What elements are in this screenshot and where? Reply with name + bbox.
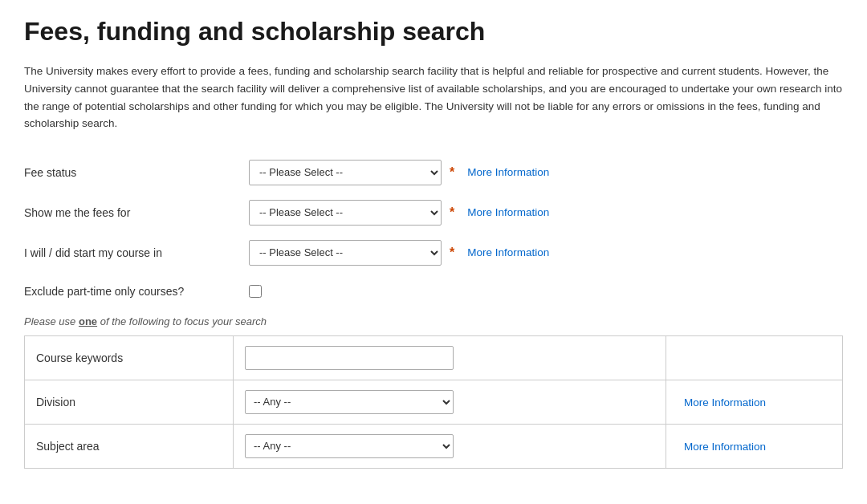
division-info-cell: More Information [666, 380, 843, 424]
subject-area-info-cell: More Information [666, 424, 843, 468]
show-fees-label: Show me the fees for [24, 206, 249, 219]
show-fees-more-info[interactable]: More Information [467, 206, 549, 218]
division-more-info[interactable]: More Information [684, 396, 766, 408]
start-course-select[interactable]: -- Please Select -- [249, 240, 442, 266]
subject-area-more-info[interactable]: More Information [684, 441, 766, 453]
start-course-label: I will / did start my course in [24, 246, 249, 259]
fee-status-controls: -- Please Select -- * More Information [249, 160, 549, 185]
fee-status-select[interactable]: -- Please Select -- [249, 160, 442, 185]
start-course-required: * [450, 246, 454, 260]
show-fees-required: * [450, 205, 454, 220]
division-input-cell: -- Any -- [234, 380, 666, 424]
course-keywords-row: Course keywords [25, 335, 843, 380]
fee-status-required: * [450, 165, 454, 180]
show-fees-row: Show me the fees for -- Please Select --… [24, 197, 843, 229]
focus-notice: Please use one of the following to focus… [24, 315, 843, 327]
exclude-parttime-label: Exclude part-time only courses? [24, 285, 249, 298]
start-course-row: I will / did start my course in -- Pleas… [24, 237, 843, 269]
start-course-controls: -- Please Select -- * More Information [249, 240, 549, 266]
show-fees-controls: -- Please Select -- * More Information [249, 200, 549, 226]
course-keywords-label: Course keywords [25, 335, 234, 380]
course-keywords-input-cell [234, 335, 666, 380]
page-title: Fees, funding and scholarship search [24, 16, 843, 47]
exclude-parttime-row: Exclude part-time only courses? [24, 277, 843, 306]
division-label: Division [25, 380, 234, 424]
exclude-parttime-checkbox[interactable] [249, 285, 262, 298]
search-form: Fee status -- Please Select -- * More In… [24, 156, 843, 469]
fee-status-row: Fee status -- Please Select -- * More In… [24, 156, 843, 189]
subject-area-input-cell: -- Any -- [234, 424, 666, 468]
start-course-more-info[interactable]: More Information [467, 246, 549, 258]
search-table: Course keywords Division -- Any -- More … [24, 335, 843, 469]
subject-area-label: Subject area [25, 424, 234, 468]
fee-status-label: Fee status [24, 166, 249, 179]
course-keywords-info-cell [666, 335, 843, 380]
division-row: Division -- Any -- More Information [25, 380, 843, 424]
fee-status-more-info[interactable]: More Information [467, 166, 549, 178]
page-description: The University makes every effort to pro… [24, 63, 843, 132]
show-fees-select[interactable]: -- Please Select -- [249, 200, 442, 226]
subject-area-select[interactable]: -- Any -- [245, 434, 454, 458]
division-select[interactable]: -- Any -- [245, 390, 454, 414]
course-keywords-input[interactable] [245, 346, 454, 370]
subject-area-row: Subject area -- Any -- More Information [25, 424, 843, 468]
